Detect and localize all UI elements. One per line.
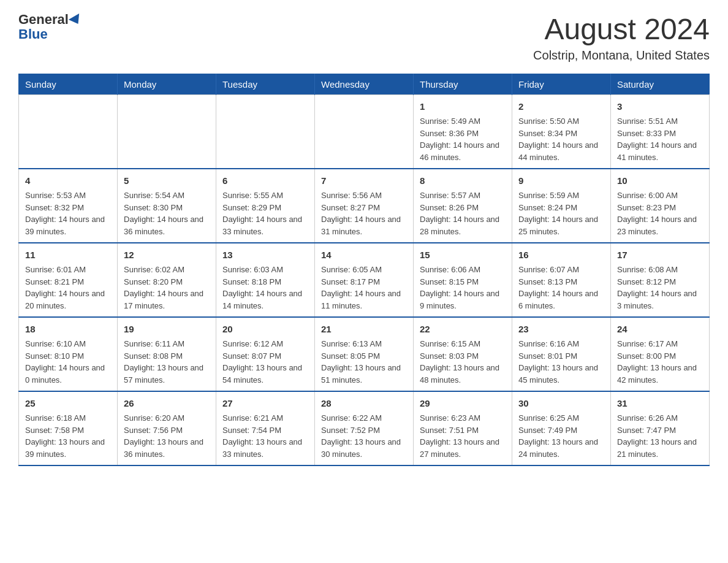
day-number: 10	[617, 174, 703, 187]
day-number: 22	[420, 323, 506, 335]
day-info: Sunrise: 5:56 AMSunset: 8:27 PMDaylight:…	[321, 190, 407, 237]
day-info: Sunrise: 6:07 AMSunset: 8:13 PMDaylight:…	[518, 264, 604, 312]
calendar-title: August 2024	[533, 12, 710, 46]
calendar-week-row: 25Sunrise: 6:18 AMSunset: 7:58 PMDayligh…	[19, 391, 710, 465]
day-of-week-header: Saturday	[611, 74, 710, 95]
day-number: 8	[420, 174, 506, 187]
day-info: Sunrise: 6:25 AMSunset: 7:49 PMDaylight:…	[518, 412, 604, 460]
calendar-day-cell: 19Sunrise: 6:11 AMSunset: 8:08 PMDayligh…	[118, 317, 216, 391]
logo-blue-text: Blue	[18, 27, 82, 42]
day-number: 7	[321, 174, 407, 187]
day-info: Sunrise: 6:02 AMSunset: 8:20 PMDaylight:…	[124, 264, 210, 312]
day-header-row: SundayMondayTuesdayWednesdayThursdayFrid…	[19, 74, 710, 95]
calendar-day-cell: 25Sunrise: 6:18 AMSunset: 7:58 PMDayligh…	[19, 391, 118, 465]
calendar-day-cell: 31Sunrise: 6:26 AMSunset: 7:47 PMDayligh…	[611, 391, 710, 465]
day-of-week-header: Wednesday	[315, 74, 414, 95]
day-number: 13	[222, 248, 308, 261]
day-number: 25	[25, 397, 111, 410]
day-number: 20	[222, 323, 308, 335]
day-info: Sunrise: 6:08 AMSunset: 8:12 PMDaylight:…	[617, 264, 703, 312]
calendar-day-cell: 16Sunrise: 6:07 AMSunset: 8:13 PMDayligh…	[512, 243, 611, 317]
calendar-day-cell: 13Sunrise: 6:03 AMSunset: 8:18 PMDayligh…	[216, 243, 315, 317]
day-info: Sunrise: 6:15 AMSunset: 8:03 PMDaylight:…	[420, 338, 506, 386]
calendar-week-row: 18Sunrise: 6:10 AMSunset: 8:10 PMDayligh…	[19, 317, 710, 391]
calendar-week-row: 1Sunrise: 5:49 AMSunset: 8:36 PMDaylight…	[19, 95, 710, 169]
day-info: Sunrise: 6:23 AMSunset: 7:51 PMDaylight:…	[420, 412, 506, 460]
title-section: August 2024 Colstrip, Montana, United St…	[533, 12, 710, 63]
day-number: 17	[617, 248, 703, 261]
day-info: Sunrise: 6:11 AMSunset: 8:08 PMDaylight:…	[124, 338, 210, 386]
day-info: Sunrise: 5:49 AMSunset: 8:36 PMDaylight:…	[420, 115, 506, 163]
calendar-day-cell: 9Sunrise: 5:59 AMSunset: 8:24 PMDaylight…	[512, 169, 611, 243]
page-header: General Blue August 2024 Colstrip, Monta…	[18, 12, 710, 63]
day-number: 29	[420, 397, 506, 410]
calendar-day-cell: 24Sunrise: 6:17 AMSunset: 8:00 PMDayligh…	[611, 317, 710, 391]
day-number: 30	[518, 397, 604, 410]
day-info: Sunrise: 6:12 AMSunset: 8:07 PMDaylight:…	[222, 338, 308, 386]
day-info: Sunrise: 6:10 AMSunset: 8:10 PMDaylight:…	[25, 338, 111, 386]
calendar-location: Colstrip, Montana, United States	[533, 48, 710, 63]
calendar-day-cell: 28Sunrise: 6:22 AMSunset: 7:52 PMDayligh…	[315, 391, 414, 465]
day-number: 28	[321, 397, 407, 410]
calendar-day-cell: 8Sunrise: 5:57 AMSunset: 8:26 PMDaylight…	[414, 169, 512, 243]
calendar-day-cell: 14Sunrise: 6:05 AMSunset: 8:17 PMDayligh…	[315, 243, 414, 317]
day-number: 2	[518, 100, 604, 113]
day-info: Sunrise: 6:01 AMSunset: 8:21 PMDaylight:…	[25, 264, 111, 312]
calendar-day-cell: 5Sunrise: 5:54 AMSunset: 8:30 PMDaylight…	[118, 169, 216, 243]
day-info: Sunrise: 6:05 AMSunset: 8:17 PMDaylight:…	[321, 264, 407, 312]
day-of-week-header: Sunday	[19, 74, 118, 95]
day-number: 9	[518, 174, 604, 187]
day-info: Sunrise: 5:50 AMSunset: 8:34 PMDaylight:…	[518, 115, 604, 163]
calendar-day-cell: 7Sunrise: 5:56 AMSunset: 8:27 PMDaylight…	[315, 169, 414, 243]
calendar-day-cell: 18Sunrise: 6:10 AMSunset: 8:10 PMDayligh…	[19, 317, 118, 391]
day-info: Sunrise: 5:57 AMSunset: 8:26 PMDaylight:…	[420, 190, 506, 237]
day-info: Sunrise: 6:00 AMSunset: 8:23 PMDaylight:…	[617, 190, 703, 237]
day-info: Sunrise: 6:16 AMSunset: 8:01 PMDaylight:…	[518, 338, 604, 386]
calendar-day-cell	[315, 95, 414, 169]
calendar-header: SundayMondayTuesdayWednesdayThursdayFrid…	[19, 74, 710, 95]
day-info: Sunrise: 6:20 AMSunset: 7:56 PMDaylight:…	[124, 412, 210, 460]
day-info: Sunrise: 5:59 AMSunset: 8:24 PMDaylight:…	[518, 190, 604, 237]
day-number: 19	[124, 323, 210, 335]
day-number: 12	[124, 248, 210, 261]
calendar-week-row: 11Sunrise: 6:01 AMSunset: 8:21 PMDayligh…	[19, 243, 710, 317]
logo-general-text: General	[18, 12, 69, 27]
day-info: Sunrise: 5:53 AMSunset: 8:32 PMDaylight:…	[25, 190, 111, 237]
calendar-day-cell: 17Sunrise: 6:08 AMSunset: 8:12 PMDayligh…	[611, 243, 710, 317]
day-of-week-header: Tuesday	[216, 74, 315, 95]
calendar-week-row: 4Sunrise: 5:53 AMSunset: 8:32 PMDaylight…	[19, 169, 710, 243]
day-number: 14	[321, 248, 407, 261]
calendar-day-cell: 2Sunrise: 5:50 AMSunset: 8:34 PMDaylight…	[512, 95, 611, 169]
calendar-day-cell: 4Sunrise: 5:53 AMSunset: 8:32 PMDaylight…	[19, 169, 118, 243]
day-number: 3	[617, 100, 703, 113]
day-info: Sunrise: 6:17 AMSunset: 8:00 PMDaylight:…	[617, 338, 703, 386]
calendar-day-cell: 3Sunrise: 5:51 AMSunset: 8:33 PMDaylight…	[611, 95, 710, 169]
day-of-week-header: Friday	[512, 74, 611, 95]
day-info: Sunrise: 6:26 AMSunset: 7:47 PMDaylight:…	[617, 412, 703, 460]
calendar-day-cell: 29Sunrise: 6:23 AMSunset: 7:51 PMDayligh…	[414, 391, 512, 465]
day-number: 31	[617, 397, 703, 410]
day-number: 4	[25, 174, 111, 187]
calendar-day-cell: 20Sunrise: 6:12 AMSunset: 8:07 PMDayligh…	[216, 317, 315, 391]
logo-triangle-icon	[69, 13, 83, 27]
calendar-day-cell: 12Sunrise: 6:02 AMSunset: 8:20 PMDayligh…	[118, 243, 216, 317]
calendar-day-cell	[216, 95, 315, 169]
calendar-table: SundayMondayTuesdayWednesdayThursdayFrid…	[18, 74, 710, 466]
day-number: 26	[124, 397, 210, 410]
day-number: 16	[518, 248, 604, 261]
day-info: Sunrise: 6:13 AMSunset: 8:05 PMDaylight:…	[321, 338, 407, 386]
calendar-day-cell	[19, 95, 118, 169]
day-number: 27	[222, 397, 308, 410]
day-info: Sunrise: 5:55 AMSunset: 8:29 PMDaylight:…	[222, 190, 308, 237]
calendar-day-cell: 15Sunrise: 6:06 AMSunset: 8:15 PMDayligh…	[414, 243, 512, 317]
day-number: 23	[518, 323, 604, 335]
day-info: Sunrise: 6:03 AMSunset: 8:18 PMDaylight:…	[222, 264, 308, 312]
calendar-day-cell: 27Sunrise: 6:21 AMSunset: 7:54 PMDayligh…	[216, 391, 315, 465]
day-number: 18	[25, 323, 111, 335]
calendar-day-cell	[118, 95, 216, 169]
day-info: Sunrise: 5:51 AMSunset: 8:33 PMDaylight:…	[617, 115, 703, 163]
day-number: 11	[25, 248, 111, 261]
day-number: 6	[222, 174, 308, 187]
day-number: 24	[617, 323, 703, 335]
calendar-day-cell: 23Sunrise: 6:16 AMSunset: 8:01 PMDayligh…	[512, 317, 611, 391]
